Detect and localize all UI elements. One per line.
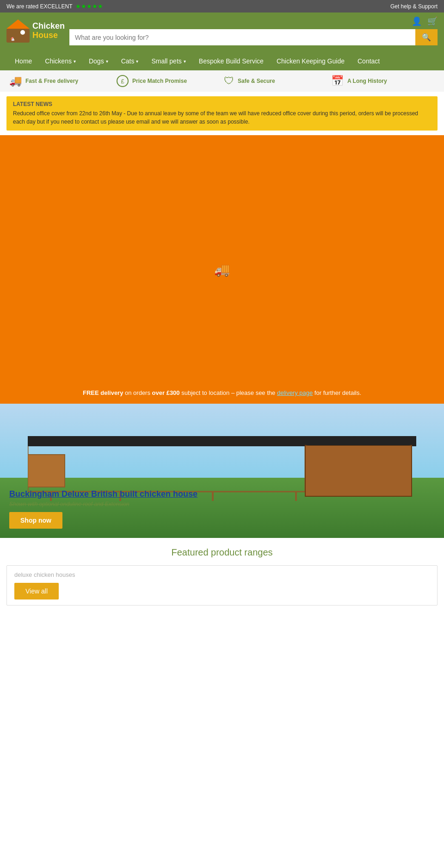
feature-price-match: £ Price Match Promise [117, 75, 220, 87]
search-bar: 🔍 [69, 29, 438, 45]
feature-delivery-label: Fast & Free delivery [25, 78, 78, 84]
safe-icon: 🛡 [224, 75, 234, 87]
feature-delivery: 🚚 Fast & Free delivery [9, 75, 113, 87]
delivery-middle: on orders [125, 389, 152, 396]
cart-icon[interactable]: 🛒 [427, 16, 438, 26]
svg-marker-1 [6, 19, 30, 29]
feature-history-label: A Long History [347, 78, 387, 84]
product-info-overlay: Buckingham Deluxe British built chicken … [9, 489, 197, 529]
feature-history: 📅 A Long History [331, 75, 435, 87]
delivery-icon: 🚚 [9, 75, 22, 87]
help-link[interactable]: Get help & Support [390, 3, 438, 10]
main-nav: Home Chickens ▾ Dogs ▾ Cats ▾ Small pets… [6, 52, 438, 70]
range-label: deluxe chicken houses [14, 571, 430, 578]
search-button[interactable]: 🔍 [415, 29, 438, 45]
account-icon[interactable]: 👤 [412, 16, 422, 26]
delivery-page-link[interactable]: delivery page [277, 389, 313, 396]
delivery-free: FREE delivery [83, 389, 123, 396]
product-range-card: deluxe chicken houses View all [6, 565, 438, 606]
news-label: LATEST NEWS [13, 101, 431, 107]
hero-orange: 🚚 FREE delivery on orders over £300 subj… [0, 135, 444, 404]
delivery-amount: over £300 [152, 389, 180, 396]
news-banner: LATEST NEWS Reduced office cover from 22… [6, 96, 438, 131]
nav-item-dogs[interactable]: Dogs ▾ [82, 52, 115, 70]
history-icon: 📅 [331, 75, 344, 87]
shop-now-button[interactable]: Shop now [9, 512, 62, 529]
nav-item-bespoke[interactable]: Bespoke Build Service [192, 52, 270, 70]
rating-stars: ★★★★★ [75, 3, 103, 10]
nav-item-small-pets[interactable]: Small pets ▾ [145, 52, 192, 70]
search-input[interactable] [69, 29, 415, 45]
price-match-icon: £ [117, 75, 129, 87]
chevron-down-icon: ▾ [184, 59, 186, 64]
logo[interactable]: 🐔 Chicken House [6, 19, 65, 43]
svg-point-2 [20, 30, 25, 35]
product-hero: Buckingham Deluxe British built chicken … [0, 404, 444, 538]
features-bar: 🚚 Fast & Free delivery £ Price Match Pro… [0, 70, 444, 92]
logo-icon: 🐔 [6, 19, 30, 43]
nav-item-chickens[interactable]: Chickens ▾ [38, 52, 82, 70]
top-bar: We are rated EXCELLENT ★★★★★ Get help & … [0, 0, 444, 12]
nav-item-cats[interactable]: Cats ▾ [115, 52, 145, 70]
view-all-button[interactable]: View all [14, 583, 59, 599]
featured-section: Featured product ranges deluxe chicken h… [0, 538, 444, 617]
delivery-end: for further details. [314, 389, 361, 396]
logo-text: Chicken House [32, 22, 65, 40]
search-area: 👤 🛒 🔍 [69, 16, 438, 45]
svg-rect-14 [28, 455, 65, 487]
header: 🐔 Chicken House 👤 🛒 🔍 Home Chickens ▾ Do… [0, 12, 444, 70]
svg-rect-4 [28, 445, 305, 492]
featured-title: Featured product ranges [6, 547, 438, 558]
header-icons: 👤 🛒 [69, 16, 438, 26]
news-text: Reduced office cover from 22nd to 26th M… [13, 109, 431, 126]
nav-item-guide[interactable]: Chicken Keeping Guide [270, 52, 351, 70]
product-hero-subtitle: Shown with optional ondulíne roof and Ex… [9, 501, 197, 507]
delivery-info: FREE delivery on orders over £300 subjec… [0, 389, 444, 396]
product-hero-title[interactable]: Buckingham Deluxe British built chicken … [9, 489, 197, 499]
svg-text:🐔: 🐔 [10, 37, 15, 41]
truck-icon: 🚚 [214, 262, 230, 277]
nav-item-contact[interactable]: Contact [351, 52, 386, 70]
svg-rect-5 [28, 436, 305, 446]
chevron-down-icon: ▾ [74, 59, 76, 64]
rating-text: We are rated EXCELLENT [6, 3, 73, 10]
feature-safe-label: Safe & Secure [238, 78, 275, 84]
chevron-down-icon: ▾ [106, 59, 108, 64]
feature-safe: 🛡 Safe & Secure [224, 75, 327, 87]
top-bar-left: We are rated EXCELLENT ★★★★★ [6, 3, 103, 10]
chevron-down-icon: ▾ [136, 59, 138, 64]
svg-rect-12 [305, 445, 412, 496]
feature-price-match-label: Price Match Promise [132, 78, 187, 84]
delivery-suffix: subject to location – please see the [181, 389, 277, 396]
nav-item-home[interactable]: Home [8, 52, 38, 70]
